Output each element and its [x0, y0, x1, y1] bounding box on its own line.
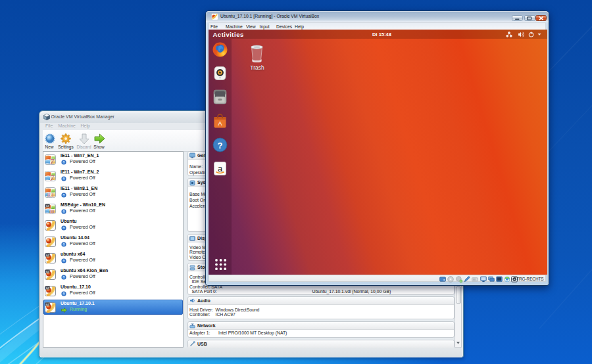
svg-text:64: 64 — [46, 302, 49, 306]
svg-text:a: a — [218, 163, 223, 173]
svg-text:?: ? — [218, 140, 223, 150]
svg-text:64: 64 — [46, 253, 49, 256]
svg-text:64: 64 — [46, 286, 49, 289]
svg-text:A: A — [218, 120, 222, 126]
svg-text:64: 64 — [46, 269, 49, 273]
svg-text:64: 64 — [46, 204, 49, 207]
svg-text:7: 7 — [50, 156, 55, 164]
svg-text:10: 10 — [49, 208, 54, 214]
svg-text:7: 7 — [50, 172, 55, 181]
svg-text:8.1: 8.1 — [47, 192, 54, 197]
